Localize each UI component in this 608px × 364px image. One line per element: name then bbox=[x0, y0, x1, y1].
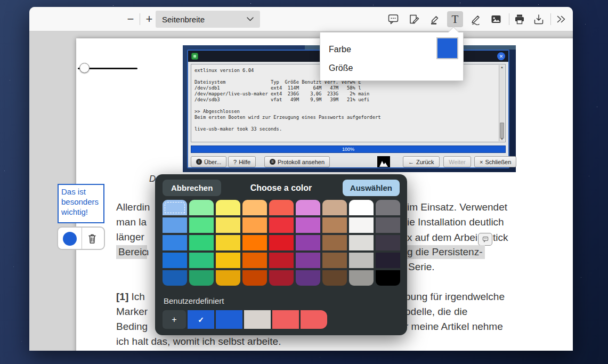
palette-swatch[interactable] bbox=[163, 200, 187, 215]
palette-swatch[interactable] bbox=[269, 200, 294, 215]
close-button: ×Schließen bbox=[474, 156, 516, 167]
palette-swatch[interactable] bbox=[296, 217, 320, 233]
palette-swatch[interactable] bbox=[189, 235, 214, 250]
palette-swatch[interactable] bbox=[349, 200, 374, 215]
palette-swatch[interactable] bbox=[376, 200, 400, 215]
doc-text-line: bung für irgendwelche bbox=[405, 291, 505, 303]
zoom-in-button[interactable]: + bbox=[141, 11, 157, 27]
cancel-button[interactable]: Abbrechen bbox=[163, 180, 221, 196]
log-icon: ≡ bbox=[270, 159, 275, 165]
note-annotation[interactable]: Das ist besonders wichtig! bbox=[58, 184, 104, 223]
palette-swatch[interactable] bbox=[189, 270, 214, 286]
palette-swatch[interactable] bbox=[322, 200, 347, 215]
comment-tool-button[interactable] bbox=[385, 11, 401, 27]
palette-swatch[interactable] bbox=[269, 235, 294, 250]
doc-text-line: [1] Ich bbox=[116, 291, 145, 303]
toolbar-divider bbox=[140, 13, 140, 25]
palette-swatch[interactable] bbox=[322, 217, 347, 233]
size-row-label: Größe bbox=[329, 63, 353, 73]
palette-swatch[interactable] bbox=[216, 200, 240, 215]
doc-text-line: ie Installation deutlich bbox=[407, 216, 504, 228]
palette-swatch[interactable] bbox=[163, 217, 187, 233]
pencil-icon bbox=[470, 13, 482, 25]
palette-swatch[interactable] bbox=[216, 217, 240, 233]
palette-swatch[interactable] bbox=[269, 217, 294, 233]
palette-swatch[interactable] bbox=[349, 253, 374, 268]
annotation-color-button[interactable] bbox=[63, 232, 77, 246]
chevron-double-right-icon bbox=[556, 14, 566, 25]
draw-tool-button[interactable] bbox=[468, 11, 484, 27]
annotation-mini-toolbar bbox=[57, 227, 105, 250]
palette-swatch[interactable] bbox=[322, 235, 347, 250]
zoom-level-select[interactable]: Seitenbreite bbox=[156, 11, 260, 28]
comment-icon bbox=[387, 13, 399, 25]
toolbar-divider bbox=[509, 13, 509, 25]
palette-swatch[interactable] bbox=[376, 253, 400, 268]
more-tools-button[interactable] bbox=[553, 11, 569, 27]
terminal-close-icon: ✕ bbox=[497, 52, 505, 60]
palette-swatch[interactable] bbox=[242, 270, 267, 286]
palette-swatch[interactable] bbox=[322, 270, 347, 286]
scroll-up-icon: ▲ bbox=[500, 66, 504, 69]
doc-text-line: x auf dem Arbeitick bbox=[407, 231, 508, 244]
palette-swatch[interactable] bbox=[163, 270, 187, 286]
palette-swatch[interactable] bbox=[216, 235, 240, 250]
zoom-out-button[interactable]: − bbox=[123, 11, 139, 27]
select-button[interactable]: Auswählen bbox=[343, 180, 400, 196]
progress-bar: 100% bbox=[191, 145, 506, 153]
image-tool-button[interactable] bbox=[488, 11, 504, 27]
palette-swatch[interactable] bbox=[296, 270, 320, 286]
palette-swatch[interactable] bbox=[376, 270, 400, 286]
palette-swatch[interactable] bbox=[242, 217, 267, 233]
palette-swatch[interactable] bbox=[189, 217, 214, 233]
custom-swatch[interactable] bbox=[272, 310, 299, 329]
palette-swatch[interactable] bbox=[296, 253, 320, 268]
signature-tool-button[interactable] bbox=[406, 11, 422, 27]
palette-swatch[interactable] bbox=[269, 253, 294, 268]
palette-swatch[interactable] bbox=[349, 270, 374, 286]
doc-text-line: Serie. bbox=[408, 261, 435, 273]
palette-swatch[interactable] bbox=[322, 253, 347, 268]
save-button[interactable] bbox=[531, 11, 547, 27]
comment-annotation-marker[interactable] bbox=[478, 233, 492, 246]
size-slider-knob[interactable] bbox=[79, 63, 90, 73]
doc-text-line-highlighted: g die Persistenz- bbox=[407, 245, 485, 259]
back-button: ←Zurück bbox=[403, 156, 440, 167]
palette-swatch[interactable] bbox=[269, 270, 294, 286]
delete-annotation-button[interactable] bbox=[85, 232, 99, 246]
palette-swatch[interactable] bbox=[189, 253, 214, 268]
desktop-stars bbox=[0, 0, 1, 1]
current-color-swatch[interactable] bbox=[437, 38, 457, 58]
palette-swatch[interactable] bbox=[349, 217, 374, 233]
image-icon bbox=[490, 13, 502, 25]
custom-swatch[interactable] bbox=[216, 310, 242, 329]
palette-swatch[interactable] bbox=[163, 253, 187, 268]
custom-swatch[interactable] bbox=[301, 310, 327, 329]
palette-swatch[interactable] bbox=[376, 235, 400, 250]
highlight-tool-button[interactable] bbox=[427, 11, 443, 27]
palette-swatch[interactable] bbox=[242, 253, 267, 268]
viewer-toolbar: − + Seitenbreite T bbox=[29, 7, 573, 31]
palette-swatch[interactable] bbox=[216, 253, 240, 268]
palette-swatch[interactable] bbox=[349, 235, 374, 250]
custom-colors-row: +✓ bbox=[163, 310, 327, 329]
view-log-button: ≡ Protokoll ansehen bbox=[264, 156, 330, 167]
doc-text-line: Allerdin bbox=[116, 201, 150, 213]
palette-swatch[interactable] bbox=[296, 235, 320, 250]
print-button[interactable] bbox=[512, 11, 528, 27]
terminal-app-icon bbox=[191, 53, 198, 60]
custom-swatch-selected[interactable]: ✓ bbox=[188, 310, 214, 329]
download-icon bbox=[533, 13, 545, 25]
palette-swatch[interactable] bbox=[242, 235, 267, 250]
palette-swatch[interactable] bbox=[216, 270, 240, 286]
palette-swatch[interactable] bbox=[163, 235, 187, 250]
add-custom-color-button[interactable]: + bbox=[163, 310, 186, 329]
palette-swatch[interactable] bbox=[189, 200, 214, 215]
palette-swatch[interactable] bbox=[242, 200, 267, 215]
text-tool-button[interactable]: T bbox=[447, 11, 463, 27]
palette-swatch[interactable] bbox=[296, 200, 320, 215]
sign-document-icon bbox=[408, 13, 420, 25]
custom-swatch[interactable] bbox=[244, 310, 271, 329]
highlighter-icon bbox=[429, 13, 441, 25]
palette-swatch[interactable] bbox=[376, 217, 400, 233]
